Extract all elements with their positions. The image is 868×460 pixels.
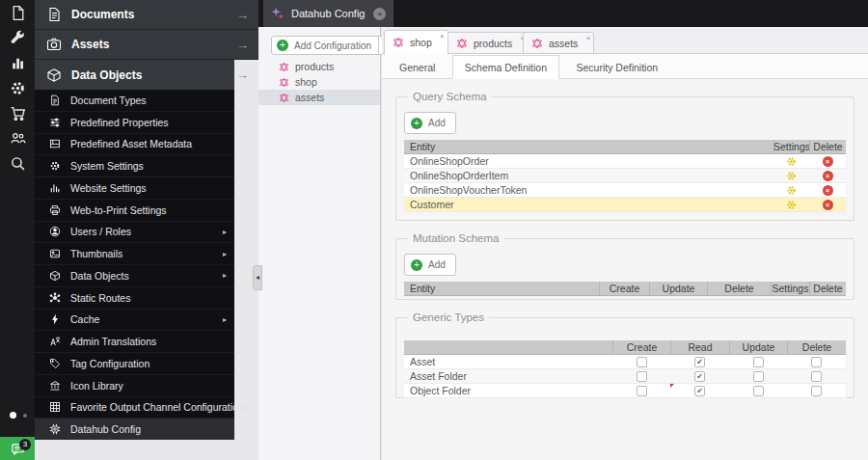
- column-header-settings[interactable]: Settings: [771, 282, 809, 296]
- table-row[interactable]: Asset: [404, 355, 846, 369]
- documents-icon[interactable]: [0, 0, 35, 25]
- checkbox-asset-folder-update[interactable]: [753, 371, 764, 382]
- checkbox-object-folder-delete[interactable]: [811, 386, 822, 396]
- column-header-settings[interactable]: Settings: [773, 140, 809, 154]
- subtab-general[interactable]: General: [387, 55, 448, 79]
- query-schema-header: Entity Settings Delete: [404, 140, 846, 154]
- bank-icon: [49, 380, 61, 392]
- checkbox-object-folder-create[interactable]: [637, 386, 647, 396]
- tab-shop[interactable]: shop ×: [384, 30, 448, 55]
- menu-item-users-roles[interactable]: Users / Roles ▸: [35, 222, 234, 244]
- menu-item-icon-library[interactable]: Icon Library: [35, 375, 234, 397]
- ecommerce-cart-icon[interactable]: [0, 100, 35, 125]
- arrow-right-icon: →: [236, 8, 249, 22]
- generic-types-header: Create Read Update Delete: [404, 340, 846, 355]
- menu-item-favorite-output-channel-configurations[interactable]: Favorite Output Channel Configurations: [35, 397, 234, 419]
- accordion-assets[interactable]: Assets →: [35, 30, 258, 60]
- config-item-assets[interactable]: assets: [258, 90, 380, 105]
- delete-icon[interactable]: ×: [823, 156, 833, 167]
- accordion-documents[interactable]: Documents →: [35, 0, 258, 30]
- dot-inactive[interactable]: [23, 414, 27, 418]
- search-icon[interactable]: [0, 150, 35, 176]
- configuration-list: products shop assets: [258, 59, 380, 105]
- notifications-chat-button[interactable]: 3: [0, 437, 35, 460]
- submenu-arrow-icon: ▸: [223, 271, 227, 280]
- accordion-data-objects[interactable]: Data Objects →: [35, 60, 258, 90]
- graphql-config-icon: [456, 38, 468, 49]
- add-configuration-button[interactable]: + Add Configuration ▾: [271, 36, 394, 55]
- reports-chart-icon[interactable]: [0, 50, 35, 75]
- table-row[interactable]: OnlineShopOrderItem ×: [404, 169, 846, 183]
- column-header-delete[interactable]: Delete: [809, 140, 846, 154]
- table-row[interactable]: Asset Folder: [404, 369, 846, 384]
- close-icon[interactable]: ×: [440, 32, 445, 41]
- menu-item-static-routes[interactable]: Static Routes: [35, 287, 234, 310]
- column-header-create[interactable]: Create: [612, 340, 670, 355]
- menu-item-thumbnails[interactable]: Thumbnails ▸: [35, 243, 234, 265]
- menu-item-tag-configuration[interactable]: Tag Configuration: [35, 353, 234, 375]
- tools-wrench-icon[interactable]: [0, 25, 35, 50]
- main-navigation-accordion: Documents → Assets → Data Objects → Docu…: [35, 0, 258, 460]
- chip-icon: [49, 423, 61, 435]
- checkbox-asset-create[interactable]: [637, 357, 647, 367]
- settings-gear-icon[interactable]: [773, 183, 809, 198]
- checkbox-asset-delete[interactable]: [811, 357, 822, 367]
- column-header-entity[interactable]: Entity: [404, 140, 773, 154]
- checkbox-object-folder-update[interactable]: [753, 386, 764, 396]
- accordion-data-objects-header[interactable]: Data Objects: [35, 60, 234, 90]
- menu-item-datahub-config[interactable]: Datahub Config: [35, 419, 234, 440]
- panel-collapse-handle[interactable]: ◂: [253, 265, 262, 290]
- close-icon[interactable]: ×: [373, 8, 386, 20]
- checkbox-asset-read[interactable]: [694, 357, 705, 367]
- table-row[interactable]: OnlineShopVoucherToken ×: [404, 183, 846, 198]
- column-header-update[interactable]: Update: [729, 340, 787, 355]
- menu-item-cache[interactable]: Cache ▸: [35, 310, 234, 332]
- close-icon[interactable]: ×: [586, 34, 591, 42]
- settings-gear-icon[interactable]: [0, 75, 35, 100]
- subtab-schema-definition[interactable]: Schema Definition: [452, 55, 559, 79]
- mutation-schema-add-button[interactable]: + Add: [404, 254, 456, 276]
- settings-gear-icon[interactable]: [773, 198, 809, 212]
- delete-icon[interactable]: ×: [823, 185, 833, 196]
- checkbox-asset-folder-create[interactable]: [637, 371, 647, 382]
- checkbox-object-folder-read[interactable]: [694, 386, 705, 396]
- subtab-security-definition[interactable]: Security Definition: [563, 55, 670, 79]
- menu-item-predefined-asset-metadata[interactable]: Predefined Asset Metadata: [35, 134, 234, 156]
- delete-icon[interactable]: ×: [823, 171, 833, 181]
- column-header-read[interactable]: Read: [670, 340, 729, 355]
- settings-gear-icon[interactable]: [773, 169, 809, 183]
- query-schema-add-button[interactable]: + Add: [404, 112, 456, 134]
- table-row[interactable]: Customer ×: [404, 198, 846, 212]
- tab-products[interactable]: products ×: [448, 32, 529, 54]
- arrow-right-icon: →: [236, 38, 249, 52]
- dot-active[interactable]: [10, 412, 16, 419]
- delete-icon[interactable]: ×: [823, 200, 833, 210]
- tab-assets[interactable]: assets ×: [523, 32, 594, 54]
- config-item-shop[interactable]: shop: [258, 74, 380, 90]
- settings-gear-icon[interactable]: [773, 154, 809, 169]
- menu-item-web-to-print-settings[interactable]: Web-to-Print Settings: [35, 200, 234, 222]
- column-header-update[interactable]: Update: [649, 282, 707, 296]
- column-header-entity[interactable]: Entity: [404, 282, 599, 296]
- column-header-delete[interactable]: Delete: [707, 282, 771, 296]
- customers-icon[interactable]: [0, 125, 35, 150]
- menu-item-admin-translations[interactable]: Admin Translations: [35, 331, 234, 353]
- column-header-create[interactable]: Create: [599, 282, 649, 296]
- menu-item-website-settings[interactable]: Website Settings: [35, 177, 234, 200]
- menu-item-data-objects[interactable]: Data Objects ▸: [35, 265, 234, 287]
- config-item-products[interactable]: products: [258, 59, 380, 74]
- checkbox-asset-folder-read[interactable]: [694, 371, 705, 382]
- datahub-config-workspace-tab[interactable]: Datahub Config ×: [263, 0, 393, 27]
- table-row[interactable]: OnlineShopOrder ×: [404, 154, 846, 169]
- graphql-config-icon: [279, 62, 289, 72]
- menu-item-predefined-properties[interactable]: Predefined Properties: [35, 112, 234, 134]
- checkbox-asset-folder-delete[interactable]: [811, 371, 822, 382]
- submenu-arrow-icon: ▸: [223, 228, 227, 236]
- table-row[interactable]: Object Folder: [404, 384, 846, 398]
- lightning-icon: [49, 313, 61, 325]
- column-header-delete[interactable]: Delete: [787, 340, 846, 355]
- column-header-delete[interactable]: Delete: [809, 282, 846, 296]
- menu-item-system-settings[interactable]: System Settings: [35, 155, 234, 177]
- checkbox-asset-update[interactable]: [753, 357, 764, 367]
- menu-item-document-types[interactable]: Document Types: [35, 90, 234, 112]
